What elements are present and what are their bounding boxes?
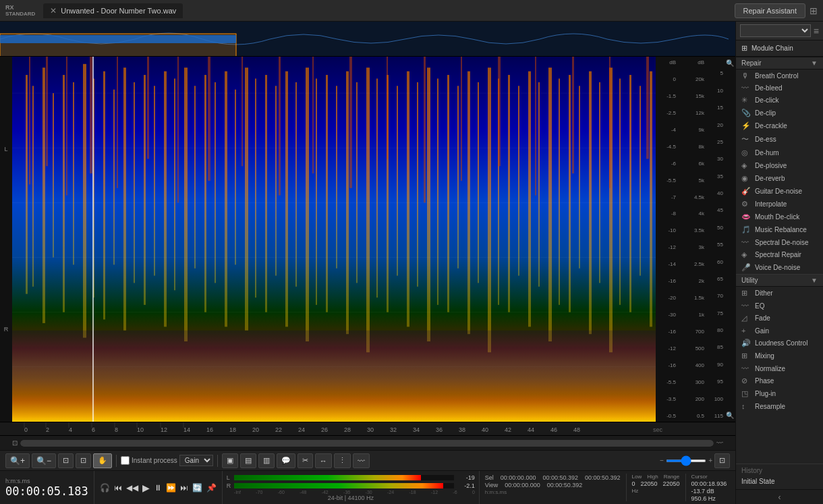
repair-section-header[interactable]: Repair ▼ <box>736 57 823 69</box>
svg-rect-17 <box>154 86 155 275</box>
de-crackle-item[interactable]: ⚡ De-crackle <box>736 119 823 132</box>
svg-rect-25 <box>235 90 236 265</box>
instant-process-checkbox[interactable] <box>121 456 130 465</box>
comment-button[interactable]: 💬 <box>277 453 295 468</box>
more-button[interactable]: ⋮ <box>334 453 351 468</box>
scroll-track[interactable] <box>20 440 714 447</box>
rewind-button[interactable]: ◀◀ <box>125 482 140 494</box>
music-rebalance-label: Music Rebalance <box>755 226 807 233</box>
zoom-in-button[interactable]: 🔍+ <box>5 453 30 468</box>
spectral-de-noise-item[interactable]: 〰 Spectral De-noise <box>736 236 823 248</box>
de-click-icon: ✳ <box>741 96 751 105</box>
svg-rect-33 <box>316 78 317 304</box>
spectrogram-wrapper[interactable]: L R <box>0 57 735 422</box>
waveform-overview[interactable] <box>0 22 735 57</box>
scroll-thumb[interactable] <box>20 440 714 447</box>
gain-item[interactable]: + Gain <box>736 325 823 337</box>
zoom-slider[interactable] <box>666 459 706 462</box>
cursor-db: -13.7 dB <box>691 488 727 495</box>
loop-button[interactable]: 🔄 <box>191 482 204 494</box>
breath-control-item[interactable]: 🎙 Breath Control <box>736 69 823 82</box>
de-crackle-icon: ⚡ <box>741 121 751 130</box>
de-reverb-item[interactable]: ◉ De-reverb <box>736 172 823 185</box>
mouth-de-click-item[interactable]: 👄 Mouth De-click <box>736 211 823 223</box>
eq-icon: 〰 <box>741 302 751 310</box>
record-button[interactable]: 📌 <box>205 482 218 494</box>
view-2-button[interactable]: ▥ <box>258 453 275 468</box>
de-bleed-item[interactable]: 〰 De-bleed <box>736 82 823 94</box>
svg-rect-41 <box>397 86 398 275</box>
normalize-item[interactable]: 〰 Normalize <box>736 362 823 374</box>
de-crackle-label: De-crackle <box>755 122 787 130</box>
svg-rect-37 <box>356 82 358 283</box>
guitar-de-noise-item[interactable]: 🎸 Guitar De-noise <box>736 185 823 198</box>
zoom-out-button[interactable]: 🔍− <box>32 453 56 468</box>
de-plosive-item[interactable]: ◈ De-plosive <box>736 159 823 172</box>
fast-forward-button[interactable]: ⏩ <box>165 482 177 494</box>
music-rebalance-item[interactable]: 🎵 Music Rebalance <box>736 223 823 236</box>
plugin-item[interactable]: ◳ Plug-in <box>736 387 823 400</box>
repair-assistant-button[interactable]: Repair Assistant <box>735 3 805 18</box>
resample-item[interactable]: ↕ Resample <box>736 400 823 412</box>
spectral-repair-item[interactable]: ◈ Spectral Repair <box>736 248 823 261</box>
file-tab[interactable]: ✕ Unwanted - Door Number Two.wav <box>43 3 183 18</box>
zoom-selection-button[interactable]: ⊡ <box>76 453 91 468</box>
de-clip-item[interactable]: 📎 De-clip <box>736 107 823 119</box>
loudness-control-item[interactable]: 🔊 Loudness Control <box>736 337 823 349</box>
mixing-item[interactable]: ⊞ Mixing <box>736 349 823 362</box>
filter-dropdown[interactable]: All <box>740 24 811 37</box>
zoom-in-icon[interactable]: 🔍 <box>726 59 734 67</box>
right-panel: All ≡ ⊞ Module Chain Repair ▼ 🎙 Breath C… <box>735 22 823 504</box>
de-hum-item[interactable]: ◎ De-hum <box>736 146 823 159</box>
de-click-item[interactable]: ✳ De-click <box>736 94 823 107</box>
zoom-fit-button[interactable]: ⊡ <box>714 453 730 468</box>
headphones-button[interactable]: 🎧 <box>98 482 111 494</box>
main-content: L R <box>0 22 823 504</box>
eq-item[interactable]: 〰 EQ <box>736 300 823 312</box>
level-meters: L -19 R -2.1 -Inf-70-60-48-42-36-30-24-1… <box>223 471 479 504</box>
stretch-button[interactable]: ↔ <box>315 453 332 468</box>
spectral-repair-label: Spectral Repair <box>755 251 801 258</box>
sel-label: Sel <box>485 474 494 481</box>
module-chain-item[interactable]: ⊞ Module Chain <box>736 40 823 57</box>
de-ess-item[interactable]: 〜 De-ess <box>736 132 823 146</box>
dither-item[interactable]: ⊞ Dither <box>736 287 823 300</box>
left-level-bar <box>234 475 454 480</box>
color-mode-button[interactable]: ▣ <box>222 453 238 468</box>
view-1-button[interactable]: ▤ <box>240 453 256 468</box>
history-section: History Initial State <box>736 464 823 489</box>
close-tab-button[interactable]: ✕ <box>50 6 57 16</box>
fit-button[interactable]: ⊡ <box>58 453 74 468</box>
svg-text:24: 24 <box>298 426 305 433</box>
interpolate-item[interactable]: ⚙ Interpolate <box>736 198 823 211</box>
fade-item[interactable]: ◿ Fade <box>736 312 823 325</box>
waveform-button[interactable]: 〰 <box>353 453 370 468</box>
svg-rect-20 <box>184 67 188 341</box>
expand-panel-button[interactable]: ‹ <box>736 489 823 504</box>
svg-text:48: 48 <box>573 426 580 433</box>
skip-to-start-button[interactable]: ⏮ <box>113 482 123 494</box>
module-chain-label: Module Chain <box>751 45 793 52</box>
svg-rect-22 <box>204 75 206 312</box>
svg-rect-52 <box>508 75 510 312</box>
expand-icon[interactable]: ⊞ <box>810 5 818 16</box>
voice-de-noise-item[interactable]: 🎤 Voice De-noise <box>736 261 823 274</box>
hand-tool-button[interactable]: ✋ <box>93 453 112 468</box>
panel-menu-icon[interactable]: ≡ <box>814 26 819 36</box>
skip-to-end-button[interactable]: ⏭ <box>179 482 190 494</box>
phase-item[interactable]: ⊘ Phase <box>736 374 823 387</box>
play-button[interactable]: ▶ <box>141 481 151 495</box>
svg-text:40: 40 <box>482 426 488 433</box>
scroll-area[interactable]: ⊡ 〰 <box>0 435 735 450</box>
pause-button[interactable]: ⏸ <box>152 482 163 494</box>
svg-rect-39 <box>376 78 378 298</box>
svg-rect-57 <box>559 78 560 304</box>
spectrogram-display[interactable] <box>12 57 656 422</box>
svg-text:10: 10 <box>137 426 144 433</box>
history-initial-state[interactable]: Initial State <box>741 476 818 486</box>
utility-section-header[interactable]: Utility ▼ <box>736 274 823 287</box>
gain-dropdown[interactable]: Gain <box>179 455 213 466</box>
svg-rect-44 <box>427 67 430 341</box>
cut-button[interactable]: ✂ <box>297 453 313 468</box>
zoom-out-icon[interactable]: 🔍 <box>726 412 734 419</box>
